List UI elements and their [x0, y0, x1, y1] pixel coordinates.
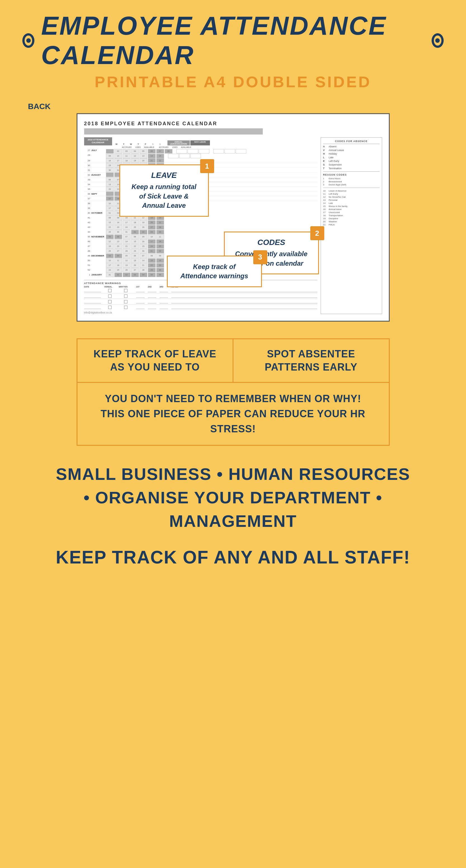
callout-badge-2: 2 [310, 226, 324, 240]
code-S: S Suspension [323, 163, 380, 166]
callout-warnings: 3 Keep track of Attendance warnings [167, 256, 262, 287]
info-box-absentee: SPOT ABSENTEE PATTERNS EARLY [234, 338, 390, 383]
reason-12: 12 No Show/No Call [323, 196, 380, 198]
header-circle-right [432, 33, 444, 48]
reason-18: 18 Transportation [323, 214, 380, 217]
info-box-stress: YOU DON'T NEED TO REMEMBER WHEN OR WHY!T… [76, 383, 390, 446]
reason-21: 21 FMLA [323, 223, 380, 226]
day-col-t: T [121, 143, 127, 146]
code-A: A Absent [323, 145, 380, 148]
info-box-stress-text: YOU DON'T NEED TO REMEMBER WHEN OR WHY!T… [89, 391, 378, 436]
reason-3: 3 Doctor Appt (Self) [323, 183, 380, 186]
info-box-absentee-text: SPOT ABSENTEE PATTERNS EARLY [245, 348, 378, 374]
sick-leave-header: SICK LEAVE [190, 141, 210, 146]
page-subtitle: PRINTABLE A4 DOUBLE SIDED [94, 73, 371, 91]
callout-badge-1: 1 [200, 159, 214, 173]
reason-16: 16 Annual leave [323, 208, 380, 211]
header-circle-left [22, 33, 34, 48]
circle-dot-right [435, 38, 440, 43]
reason-2: 2 Bereavement [323, 180, 380, 183]
reason-15: 15 Illness in the family [323, 205, 380, 208]
day-col-th: T [135, 143, 142, 146]
code-L: L Late [323, 156, 380, 159]
reason-codes-list: 1 Extra Hours 2 Bereavement 3 Doctor App… [323, 177, 380, 186]
warning-rows [84, 289, 317, 309]
reason-codes-title: REASON CODES [323, 174, 380, 176]
reason-20: 20 Weather [323, 220, 380, 223]
reason-1: 1 Extra Hours [323, 177, 380, 180]
annual-leave-header: ANNUAL LEAVE/VACATION [167, 141, 190, 146]
back-label: BACK [28, 102, 51, 111]
callout-leave: 1 LEAVE Keep a running total of Sick Lea… [119, 164, 209, 217]
info-box-leave-text: KEEP TRACK OF LEAVE AS YOU NEED TO [89, 348, 222, 374]
callout-badge-3: 3 [253, 250, 267, 264]
codes-panel: CODES FOR ABSENCE A Absent V Annual Leav… [321, 137, 382, 314]
page-title: EMPLOYEE ATTENDANCE CALENDAR [41, 11, 425, 70]
codes-list: A Absent V Annual Leave H Holiday L Late… [323, 145, 380, 170]
info-boxes-row: KEEP TRACK OF LEAVE AS YOU NEED TO SPOT … [76, 338, 390, 383]
final-line: KEEP TRACK OF ANY AND ALL STAFF! [56, 547, 410, 568]
calendar-main: 2018 ATTENDANCECALENDAR M T W T F S S AN… [84, 137, 382, 314]
month-july-section: 27 JULY 02 03 04 05 06 07 08 [84, 149, 317, 158]
day-col-m: M [113, 143, 120, 146]
codes-title: CODES FOR ABSENCE [323, 140, 380, 144]
tagline: SMALL BUSINESS • HUMAN RESOURCES• ORGANI… [56, 463, 410, 533]
employee-name-bar [84, 128, 263, 134]
reason-17: 17 Unexcused [323, 211, 380, 214]
cal-section-label: 2018 ATTENDANCECALENDAR [88, 138, 108, 144]
callout-codes-title: CODES [232, 238, 310, 247]
day-col-f: F [142, 143, 149, 146]
code-H: H Holiday [323, 152, 380, 155]
footer-email: info@digitaltoolbox.co.za [84, 311, 317, 314]
day-col-w: W [128, 143, 134, 146]
code-E: E Left Early [323, 160, 380, 162]
reason-codes-list-2: 10 Leave of Absence 11 Left Early 12 No … [323, 190, 380, 226]
callout-leave-text: Keep a running total of Sick Leave & Ann… [128, 182, 200, 210]
reason-11: 11 Left Early [323, 193, 380, 195]
calendar-year-title: 2018 EMPLOYEE ATTENDANCE CALENDAR [84, 121, 382, 127]
callout-leave-title: LEAVE [128, 171, 200, 180]
day-col-s2: S [157, 143, 163, 146]
calendar-preview: 2018 EMPLOYEE ATTENDANCE CALENDAR 2018 A… [76, 113, 390, 321]
reason-14: 14 Late [323, 202, 380, 205]
circle-dot-left [26, 38, 31, 43]
page-header: EMPLOYEE ATTENDANCE CALENDAR [22, 11, 444, 70]
reason-19: 19 Discipline [323, 217, 380, 220]
code-V: V Annual Leave [323, 149, 380, 152]
info-box-leave: KEEP TRACK OF LEAVE AS YOU NEED TO [76, 338, 234, 383]
callout-warnings-text: Keep track of Attendance warnings [176, 262, 253, 281]
code-T: T Termination [323, 167, 380, 170]
day-col-s1: S [150, 143, 156, 146]
reason-13: 13 Personal [323, 199, 380, 202]
reason-10: 10 Leave of Absence [323, 190, 380, 192]
